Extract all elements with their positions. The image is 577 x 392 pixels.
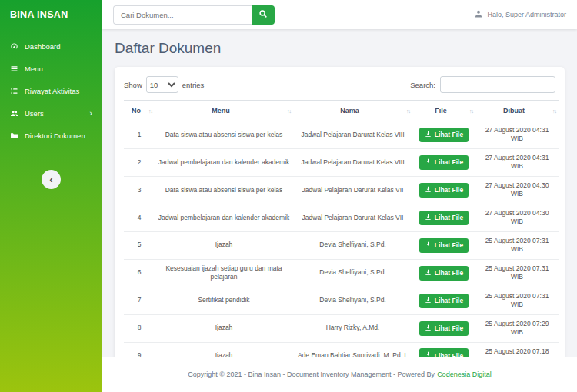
table-row: 9 Ijazah Ade Eman Bahtiar Supriyadi, M. … [124,342,559,357]
lihat-file-button[interactable]: Lihat File [419,183,469,198]
table-controls: Show 10 entries Search: [124,76,555,93]
cell-file: Lihat File [412,148,475,176]
sidebar-item-dashboard[interactable]: Dashboard [0,35,102,58]
cell-menu: Kesesuaian ijazah setiap guru dan mata p… [155,259,293,287]
users-icon [10,109,18,118]
cell-no: 2 [124,148,155,176]
cell-file: Lihat File [412,259,475,287]
cell-file: Lihat File [412,231,475,259]
document-search-group [113,5,275,25]
download-icon [425,214,435,222]
dashboard-icon [10,42,18,51]
table-search-input[interactable] [440,76,555,93]
lihat-file-label: Lihat File [435,269,463,277]
lihat-file-button[interactable]: Lihat File [419,128,469,142]
column-header-file[interactable]: File ↑↓ [412,101,475,121]
table-row: 6 Kesesuaian ijazah setiap guru dan mata… [124,259,559,287]
table-row: 7 Sertifikat pendidik Devia Shelfiyani, … [124,287,559,314]
cell-file: Lihat File [412,121,475,149]
cell-nama: Devia Shelfiyani, S.Pd. [293,231,412,259]
app-root: BINA INSAN Dashboard Menu Riwayat Aktivi… [0,0,577,392]
cell-dibuat: 25 August 2020 07:31 WIB [475,259,559,287]
lihat-file-label: Lihat File [435,186,463,194]
cell-dibuat: 25 August 2020 07:29 WIB [475,314,559,342]
cell-no: 3 [124,176,155,204]
lihat-file-button[interactable]: Lihat File [419,348,469,357]
table-search-control: Search: [410,76,555,93]
table-row: 1 Data siswa atau absensi siswa per kela… [124,121,559,149]
sidebar-collapse-button[interactable]: ‹ [42,170,61,189]
lihat-file-button[interactable]: Lihat File [419,266,469,281]
brand[interactable]: BINA INSAN [0,0,102,29]
folder-icon [10,131,18,140]
sidebar-item-direktori-dokumen[interactable]: Direktori Dokumen [0,125,102,147]
documents-table: No ↑↓ Menu ↑↓ Nama ↑↓ [124,100,559,357]
sidebar-item-users[interactable]: Users › [0,102,102,125]
download-icon [425,297,435,305]
sort-icon: ↑↓ [406,108,410,114]
column-header-label: Menu [212,107,230,115]
powered-by-link[interactable]: Codenesia Digital [437,370,492,378]
column-header-label: Dibuat [503,107,525,115]
column-header-nama[interactable]: Nama ↑↓ [293,101,412,121]
sidebar-item-riwayat-aktivitas[interactable]: Riwayat Aktivitas [0,80,102,102]
cell-nama: Jadwal Pelajaran Darurat Kelas VII [293,204,412,231]
column-header-no[interactable]: No ↑↓ [124,101,155,121]
entries-label: entries [182,81,205,89]
table-row: 5 Ijazah Devia Shelfiyani, S.Pd. Lihat F… [124,231,559,259]
lihat-file-button[interactable]: Lihat File [419,238,469,253]
cell-menu: Data siswa atau absensi siswa per kelas [155,121,293,149]
download-icon [425,131,435,139]
table-search-label: Search: [410,81,435,89]
lihat-file-button[interactable]: Lihat File [419,321,469,336]
sidebar-item-menu[interactable]: Menu [0,58,102,80]
cell-file: Lihat File [412,176,475,204]
sort-icon: ↑↓ [287,108,291,114]
sidebar-item-label: Direktori Dokumen [25,131,85,140]
cell-dibuat: 27 August 2020 04:30 WIB [475,204,559,231]
lihat-file-button[interactable]: Lihat File [419,211,469,225]
cell-nama: Ade Eman Bahtiar Supriyadi, M. Pd. I. [293,342,412,357]
menu-icon [10,65,18,73]
cell-menu: Ijazah [155,314,293,342]
lihat-file-button[interactable]: Lihat File [419,294,469,308]
cell-no: 4 [124,204,155,231]
cell-nama: Devia Shelfiyani, S.Pd. [293,259,412,287]
cell-no: 1 [124,121,155,149]
user-menu[interactable]: Halo, Super Administrator [474,9,566,20]
cell-dibuat: 27 August 2020 04:30 WIB [475,176,559,204]
sort-icon: ↑↓ [148,108,152,114]
sidebar-nav: Dashboard Menu Riwayat Aktivitas Users [0,35,102,147]
search-button[interactable] [252,5,275,25]
lihat-file-button[interactable]: Lihat File [419,155,469,170]
cell-file: Lihat File [412,342,475,357]
cell-dibuat: 25 August 2020 07:18 WIB [475,342,559,357]
cell-no: 7 [124,287,155,314]
cell-nama: Jadwal Pelajaran Darurat Kelas VIII [293,121,412,149]
column-header-menu[interactable]: Menu ↑↓ [155,101,293,121]
cell-dibuat: 25 August 2020 07:31 WIB [475,287,559,314]
cell-nama: Devia Shelfiyani, S.Pd. [293,287,412,314]
sidebar-item-label: Dashboard [25,42,60,51]
user-icon [474,9,487,20]
column-header-label: No [132,107,141,115]
download-icon [425,158,435,167]
cell-dibuat: 25 August 2020 07:31 WIB [475,231,559,259]
main-area: Daftar Dokumen Show 10 entries Search: [102,29,577,357]
cell-nama: Jadwal Pelajaran Darurat Kelas VII [293,176,412,204]
cell-file: Lihat File [412,287,475,314]
document-search-input[interactable] [113,5,252,25]
sidebar: BINA INSAN Dashboard Menu Riwayat Aktivi… [0,0,102,392]
cell-dibuat: 27 August 2020 04:31 WIB [475,121,559,149]
cell-menu: Jadwal pembelajaran dan kalender akademi… [155,204,293,231]
download-icon [425,269,435,277]
page-length-select[interactable]: 10 [146,76,178,93]
column-header-dibuat[interactable]: Dibuat ↑↓ [475,101,559,121]
download-icon [425,241,435,250]
cell-menu: Jadwal pembelajaran dan kalender akademi… [155,148,293,176]
cell-no: 9 [124,342,155,357]
column-header-label: Nama [340,107,359,115]
cell-no: 8 [124,314,155,342]
page-title: Daftar Dokumen [115,40,565,57]
cell-menu: Ijazah [155,342,293,357]
